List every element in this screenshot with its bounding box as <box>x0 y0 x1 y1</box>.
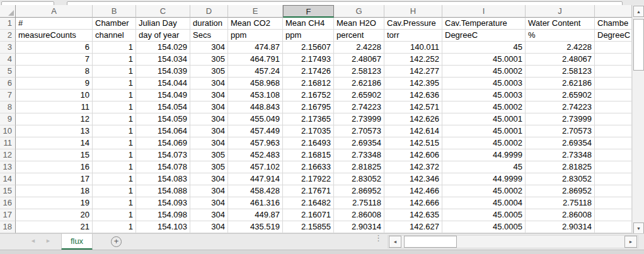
cell[interactable]: 1 <box>93 209 136 221</box>
cell[interactable]: 154.044 <box>136 78 190 89</box>
cell[interactable]: 2.17671 <box>283 185 334 197</box>
cell[interactable]: Secs <box>190 30 228 42</box>
cell[interactable]: 304 <box>190 78 228 89</box>
cell[interactable]: 142.627 <box>384 221 442 233</box>
cell[interactable]: 142.636 <box>384 89 442 101</box>
column-header-H[interactable]: H <box>384 5 442 18</box>
cell[interactable]: 305 <box>190 54 228 66</box>
cell[interactable]: 2.58123 <box>334 66 384 78</box>
cell[interactable]: 2.70573 <box>526 125 595 137</box>
cell[interactable]: Mean H2O <box>334 18 384 30</box>
cell[interactable]: 2.16633 <box>283 161 334 173</box>
cell[interactable]: 45.0002 <box>442 66 526 78</box>
cell[interactable]: 17 <box>16 173 93 185</box>
column-header-E[interactable]: E <box>228 5 283 18</box>
cell[interactable]: 2.17365 <box>283 113 334 125</box>
cell[interactable]: 304 <box>190 125 228 137</box>
cell[interactable]: 2.81825 <box>334 161 384 173</box>
cell[interactable]: 45 <box>442 42 526 54</box>
cell[interactable]: 457.102 <box>228 161 283 173</box>
column-header-I[interactable]: I <box>442 5 526 18</box>
column-header-B[interactable]: B <box>93 5 136 18</box>
cell[interactable]: 1 <box>93 137 136 149</box>
cell[interactable]: 2.69354 <box>526 137 595 149</box>
cell[interactable]: 1 <box>93 78 136 89</box>
cell[interactable] <box>595 185 632 197</box>
tab-flux[interactable]: flux <box>61 234 93 250</box>
cell[interactable]: 305 <box>190 161 228 173</box>
cell[interactable]: 2.86952 <box>526 185 595 197</box>
cell[interactable] <box>595 78 632 89</box>
select-all-button[interactable] <box>0 5 16 18</box>
cell[interactable]: Julian Day <box>136 18 190 30</box>
cell[interactable]: 2.81825 <box>526 161 595 173</box>
cell[interactable]: 2.75118 <box>334 197 384 209</box>
cell[interactable]: 44.9999 <box>442 173 526 185</box>
cell[interactable]: 435.519 <box>228 221 283 233</box>
row-header-18[interactable]: 18 <box>0 221 16 233</box>
cell[interactable]: 1 <box>93 66 136 78</box>
cell[interactable]: 1 <box>93 101 136 113</box>
cell[interactable]: 154.059 <box>136 113 190 125</box>
cell[interactable]: 458.428 <box>228 185 283 197</box>
cell[interactable]: 142.606 <box>384 149 442 161</box>
cell[interactable]: 2.73348 <box>526 149 595 161</box>
cell[interactable]: 2.15855 <box>283 221 334 233</box>
row-header-11[interactable]: 11 <box>0 137 16 149</box>
cell[interactable]: 154.069 <box>136 137 190 149</box>
row-header-1[interactable]: 1 <box>0 18 16 30</box>
cell[interactable]: 45.0002 <box>442 101 526 113</box>
cell[interactable]: 142.252 <box>384 54 442 66</box>
cell[interactable]: 11 <box>16 101 93 113</box>
column-header-D[interactable]: D <box>190 5 228 18</box>
cell[interactable]: 2.16795 <box>283 101 334 113</box>
cell[interactable]: 44.9999 <box>442 149 526 161</box>
cell[interactable]: 154.103 <box>136 221 190 233</box>
row-header-16[interactable]: 16 <box>0 197 16 209</box>
cell[interactable]: 2.17035 <box>283 125 334 137</box>
cell[interactable]: 142.626 <box>384 113 442 125</box>
cell[interactable]: 154.093 <box>136 197 190 209</box>
cell[interactable]: 45.0005 <box>442 221 526 233</box>
cell[interactable]: 2.15607 <box>283 42 334 54</box>
cell[interactable]: 154.029 <box>136 42 190 54</box>
cell[interactable]: 1 <box>93 185 136 197</box>
cell[interactable] <box>595 42 632 54</box>
cell[interactable]: 45.0003 <box>442 89 526 101</box>
cell[interactable]: 2.16812 <box>283 78 334 89</box>
cell[interactable]: ppm <box>283 30 334 42</box>
cell[interactable]: 10 <box>16 89 93 101</box>
row-header-3[interactable]: 3 <box>0 42 16 54</box>
cell[interactable]: 45.0001 <box>442 54 526 66</box>
cell[interactable]: 154.088 <box>136 185 190 197</box>
column-header-F[interactable]: F <box>283 5 334 18</box>
cell[interactable] <box>595 197 632 209</box>
cell[interactable] <box>595 161 632 173</box>
row-header-14[interactable]: 14 <box>0 173 16 185</box>
cell[interactable]: 2.86008 <box>334 209 384 221</box>
cell[interactable]: Chamber <box>93 18 136 30</box>
cell[interactable]: 45.0002 <box>442 185 526 197</box>
cell[interactable]: % <box>526 30 595 42</box>
cell[interactable]: 154.078 <box>136 161 190 173</box>
cell[interactable]: Water Content <box>526 18 595 30</box>
cell[interactable]: DegreeC <box>442 30 526 42</box>
cell[interactable]: Cav.Pressure <box>384 18 442 30</box>
cell[interactable]: 1 <box>93 54 136 66</box>
cell[interactable]: 2.16815 <box>283 149 334 161</box>
cell[interactable]: 154.098 <box>136 209 190 221</box>
cell[interactable]: 2.86008 <box>526 209 595 221</box>
next-sheet-icon[interactable]: ► <box>45 238 51 244</box>
cell[interactable]: 458.968 <box>228 78 283 89</box>
cell[interactable]: 142.466 <box>384 185 442 197</box>
row-header-9[interactable]: 9 <box>0 113 16 125</box>
cell[interactable]: 452.483 <box>228 149 283 161</box>
cell[interactable]: 9 <box>16 78 93 89</box>
cell[interactable]: 2.74223 <box>334 101 384 113</box>
cell[interactable]: 20 <box>16 209 93 221</box>
cell[interactable]: 154.083 <box>136 173 190 185</box>
column-header-A[interactable]: A <box>16 5 93 18</box>
cell[interactable]: 45.0001 <box>442 125 526 137</box>
cell[interactable]: 15 <box>16 149 93 161</box>
cell[interactable]: 461.316 <box>228 197 283 209</box>
